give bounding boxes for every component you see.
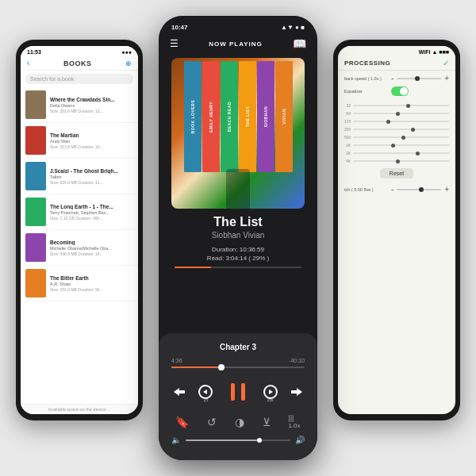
book-cover-5 <box>25 269 46 298</box>
duration-info: Duration: 10:36:59 Read: 3:04:14 ( 29% ) <box>159 246 317 262</box>
book-meta-0: Size: 351.6 MB Duration: 12... <box>50 109 133 113</box>
book-meta-5: Size: 151.6 MB Duration: 5h... <box>50 287 133 292</box>
pitch-plus-btn[interactable]: + <box>444 185 449 194</box>
speed-slider[interactable] <box>397 78 441 79</box>
rewind-button[interactable] <box>172 385 186 399</box>
book-author-3: Terry Pratchett, Stephen Bax... <box>50 210 133 215</box>
left-footer-text: Available space on the device:... <box>48 407 111 412</box>
eq-band-0[interactable]: 32 <box>344 103 449 108</box>
list-item[interactable]: The Martian Andy Weir Size: 313.8 MB Dur… <box>21 123 138 159</box>
right-wifi-icon: WiFi ▲ ■■■ <box>419 49 449 55</box>
book-library-icon[interactable]: 📖 <box>293 37 306 50</box>
reset-button[interactable]: Reset <box>380 168 413 178</box>
playback-controls: 15 15s <box>159 376 317 408</box>
speed-plus-btn[interactable]: + <box>444 74 449 83</box>
left-header-icon: ⊕ <box>125 60 132 67</box>
volume-fill <box>186 440 259 441</box>
list-item[interactable]: The Bitter Earth A.R. Shaw Size: 151.6 M… <box>21 266 138 301</box>
art-figure <box>226 169 250 209</box>
eq-band-3[interactable]: 250 <box>344 127 449 132</box>
chapter-label: Chapter 3 <box>159 343 317 351</box>
eq-bands: 32 64 125 250 500 <box>338 103 455 163</box>
eq-band-4[interactable]: 500 <box>344 135 449 140</box>
skip-back-button[interactable]: 15 <box>197 383 214 401</box>
book-author-5: A.R. Shaw <box>50 282 133 286</box>
time-elapsed: 4:36 <box>171 358 182 363</box>
bookmark-icon[interactable]: 🔖 <box>175 416 189 428</box>
book-progress-fill <box>175 267 211 268</box>
pause-button[interactable] <box>225 379 251 405</box>
volume-thumb <box>257 438 262 443</box>
list-item[interactable]: The Long Earth - 1 - The... Terry Pratch… <box>21 194 138 230</box>
pitch-label: tch ( 0.00 8ve ) <box>344 187 388 192</box>
volume-low-icon: 🔈 <box>171 436 181 444</box>
volume-high-icon: 🔊 <box>295 436 305 444</box>
list-item[interactable]: Becoming Michelle Obama/Michelle Oba... … <box>21 230 138 266</box>
center-status-icons: ▲▼ ● ■ <box>281 24 305 31</box>
playback-speed-label: back speed ( 1.0x ) <box>344 76 388 81</box>
bottom-icons-row: 🔖 ↺ ◑ ⊻ ||| 1.0x <box>159 408 317 429</box>
volume-slider[interactable] <box>186 440 290 441</box>
scene: 11:53 ●●● ‹ BOOKS ⊕ Search for a book Wh… <box>16 16 460 460</box>
book-meta-2: Size: 634.6 MB Duration: 11... <box>50 180 133 185</box>
left-phone: 11:53 ●●● ‹ BOOKS ⊕ Search for a book Wh… <box>16 40 143 420</box>
time-row: 4:36 -40:10 <box>159 358 317 363</box>
eq-band-6[interactable]: 2K <box>344 151 449 155</box>
book-meta-3: Size: 1.13 GB Duration: 49h... <box>50 216 133 221</box>
book-author-2: Talbm <box>50 175 133 179</box>
book-cover-1 <box>25 126 46 155</box>
right-phone: WiFi ▲ ■■■ PROCESSING ✓ back speed ( 1.0… <box>333 40 460 420</box>
book-title-4: Becoming <box>50 240 133 245</box>
book-cover-4 <box>25 233 46 262</box>
left-status-icons: ●●● <box>121 49 132 55</box>
eq-band-7[interactable]: 4K <box>344 159 449 163</box>
list-item[interactable]: Where the Crawdads Sin... Delia Owens Si… <box>21 87 138 123</box>
chapter-progress-bar[interactable] <box>171 367 305 368</box>
right-check-icon: ✓ <box>443 59 449 67</box>
book-title-1: The Martian <box>50 132 133 138</box>
chapter-progress-fill <box>171 367 218 368</box>
night-icon[interactable]: ◑ <box>235 416 244 428</box>
skip-fwd-label: 15s <box>267 397 274 402</box>
speed-display[interactable]: ||| 1.0x <box>288 414 300 429</box>
pitch-slider[interactable] <box>397 189 441 190</box>
book-title-0: Where the Crawdads Sin... <box>50 97 133 102</box>
menu-icon[interactable]: ☰ <box>170 38 178 49</box>
left-search-bar[interactable]: Search for a book <box>25 74 133 84</box>
book-artwork: BOOK LOVERS EMILY HENRY BEACH READ THE L… <box>171 58 305 209</box>
playback-panel: Chapter 3 4:36 -40:10 15 <box>159 333 317 460</box>
speed-minus-btn[interactable]: - <box>391 74 393 83</box>
svg-rect-0 <box>231 383 235 401</box>
duration-text: Duration: 10:36:59 <box>159 246 317 253</box>
read-progress-text: Read: 3:04:14 ( 29% ) <box>159 255 317 262</box>
book-title-5: The Bitter Earth <box>50 275 133 281</box>
pitch-minus-btn[interactable]: - <box>391 185 393 194</box>
volume-control: 🔈 🔊 <box>159 429 317 444</box>
book-author: Siobhan Vivian <box>159 231 317 240</box>
center-time: 10:47 <box>171 24 187 31</box>
airplay-icon[interactable]: ⊻ <box>263 416 271 428</box>
left-status-time: 11:53 <box>27 49 41 55</box>
fast-fwd-button[interactable] <box>290 385 304 399</box>
book-progress-bar <box>175 267 301 268</box>
left-back-btn[interactable]: ‹ <box>27 59 29 67</box>
book-cover-2 <box>25 162 46 190</box>
book-author-0: Delia Owens <box>50 103 133 108</box>
book-title-2: J.Scalzi - The Ghost Brigh... <box>50 168 133 174</box>
equalizer-toggle[interactable] <box>391 86 409 96</box>
left-header-title: BOOKS <box>63 60 92 67</box>
center-phone: 10:47 ▲▼ ● ■ ☰ NOW PLAYING 📖 BOOK LOVERS… <box>159 16 317 460</box>
book-title: The List <box>159 215 317 229</box>
book-title-3: The Long Earth - 1 - The... <box>50 204 133 209</box>
book-cover-3 <box>25 198 46 226</box>
svg-rect-1 <box>241 383 245 401</box>
eq-band-1[interactable]: 64 <box>344 111 449 116</box>
refresh-icon[interactable]: ↺ <box>207 416 217 428</box>
eq-band-5[interactable]: 1K <box>344 143 449 148</box>
skip-fwd-button[interactable]: 15s <box>262 383 279 401</box>
eq-band-2[interactable]: 125 <box>344 119 449 124</box>
chapter-progress-thumb <box>218 364 225 370</box>
book-author-1: Andy Weir <box>50 139 133 144</box>
book-meta-1: Size: 313.8 MB Duration: 10... <box>50 144 133 149</box>
list-item[interactable]: J.Scalzi - The Ghost Brigh... Talbm Size… <box>21 159 138 194</box>
